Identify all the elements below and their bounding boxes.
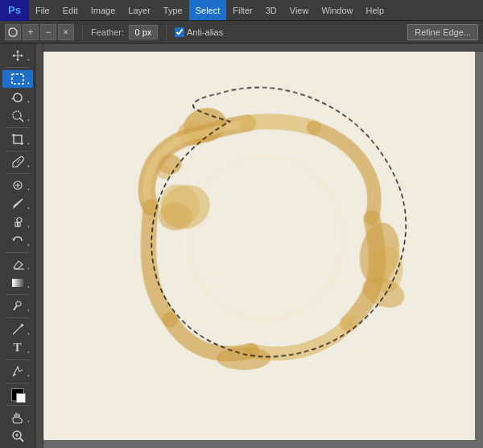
menu-file[interactable]: File <box>29 0 56 20</box>
eraser-tool[interactable]: ▾ <box>2 255 33 273</box>
svg-rect-9 <box>12 279 23 287</box>
canvas-content <box>43 52 475 440</box>
text-tool[interactable]: T ▾ <box>2 339 33 357</box>
antialias-area: Anti-alias <box>175 27 223 37</box>
feather-label: Feather: <box>91 27 124 37</box>
lasso-tool[interactable]: ▾ <box>2 89 33 106</box>
quick-select-tool[interactable]: ▾ <box>2 107 33 125</box>
canvas-background <box>43 52 475 440</box>
healing-brush-tool[interactable]: ▾ <box>2 176 33 194</box>
svg-line-3 <box>17 160 20 163</box>
tool-sep-5 <box>6 252 30 253</box>
menubar: Ps File Edit Image Layer Type Select Fil… <box>0 0 483 21</box>
rectangular-marquee-tool[interactable]: ▾ <box>2 70 33 88</box>
menu-3d[interactable]: 3D <box>259 0 283 20</box>
tool-sep-9 <box>6 383 30 384</box>
tool-sep-6 <box>6 294 30 295</box>
ruler-left <box>35 44 43 448</box>
tool-sep-1 <box>6 67 30 68</box>
svg-rect-0 <box>12 74 23 84</box>
dodge-tool[interactable]: ▾ <box>2 297 33 315</box>
svg-line-11 <box>14 305 17 310</box>
feather-input[interactable] <box>129 25 158 39</box>
svg-marker-7 <box>12 239 15 241</box>
tool-sep-2 <box>6 127 30 128</box>
separator-1 <box>82 24 83 40</box>
zoom-tool[interactable] <box>2 427 33 445</box>
svg-point-6 <box>17 218 22 222</box>
pen-tool[interactable]: ▾ <box>2 321 33 338</box>
brush-tool[interactable]: ▾ <box>2 195 33 213</box>
svg-line-15 <box>20 438 23 442</box>
menu-image[interactable]: Image <box>85 0 122 20</box>
hand-tool[interactable]: ▾ <box>2 409 33 426</box>
antialias-checkbox[interactable] <box>175 27 184 37</box>
tool-sep-8 <box>6 359 30 360</box>
svg-point-1 <box>13 111 21 119</box>
antialias-label: Anti-alias <box>187 27 223 37</box>
separator-2 <box>166 24 167 40</box>
color-swatches[interactable] <box>5 385 31 403</box>
ps-logo: Ps <box>0 0 29 21</box>
clone-stamp-tool[interactable]: ▾ <box>2 214 33 231</box>
canvas-area[interactable] <box>35 44 483 448</box>
menu-layer[interactable]: Layer <box>122 0 157 20</box>
tool-sep-10 <box>6 405 30 406</box>
tool-sep-7 <box>6 317 30 318</box>
optionsbar: + − ✕ Feather: Anti-alias Refine Edge... <box>0 21 483 44</box>
eyedropper-tool[interactable]: ▾ <box>2 153 33 171</box>
history-brush-tool[interactable]: ▾ <box>2 232 33 250</box>
crop-tool[interactable]: ▾ <box>2 131 33 148</box>
toolbar: ▾ ▾ ▾ ▾ ▾ ▾ <box>0 44 35 448</box>
menu-edit[interactable]: Edit <box>56 0 85 20</box>
ruler-top <box>35 44 483 52</box>
menu-items: File Edit Image Layer Type Select Filter… <box>29 0 390 20</box>
main-area: ▾ ▾ ▾ ▾ ▾ ▾ <box>0 44 483 448</box>
svg-point-26 <box>188 156 343 319</box>
refine-edge-button[interactable]: Refine Edge... <box>407 24 478 40</box>
tool-variants: + − ✕ <box>5 24 74 40</box>
menu-select[interactable]: Select <box>189 0 227 20</box>
svg-line-2 <box>20 118 23 122</box>
menu-view[interactable]: View <box>283 0 316 20</box>
menu-type[interactable]: Type <box>157 0 189 20</box>
menu-help[interactable]: Help <box>360 0 391 20</box>
gradient-tool[interactable]: ▾ <box>2 274 33 292</box>
intersect-selection-btn[interactable]: ✕ <box>58 24 74 40</box>
tool-sep-3 <box>6 151 30 151</box>
subtract-selection-btn[interactable]: − <box>40 24 56 40</box>
menu-filter[interactable]: Filter <box>226 0 258 20</box>
add-to-selection-btn[interactable]: + <box>23 24 39 40</box>
lasso-normal-btn[interactable] <box>5 24 21 40</box>
tool-sep-4 <box>6 173 30 174</box>
menu-window[interactable]: Window <box>315 0 359 20</box>
path-selection-tool[interactable]: ▾ <box>2 363 33 380</box>
move-tool[interactable]: ▾ <box>2 47 33 64</box>
